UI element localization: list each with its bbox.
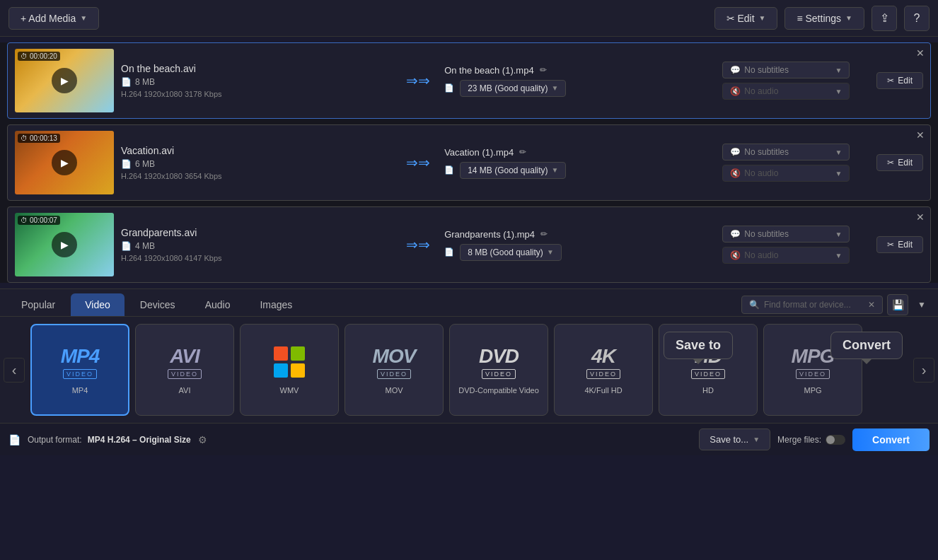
add-media-button[interactable]: + Add Media ▼: [8, 7, 99, 30]
merge-files-section: Merge files:: [777, 435, 845, 445]
audio-dropdown-2[interactable]: 🔇 No audio ▼: [722, 165, 850, 182]
format-card-avi[interactable]: AVI VIDEO AVI: [135, 324, 234, 416]
edit-label: ✂ Edit: [726, 13, 755, 24]
subtitle-dropdown-3[interactable]: 💬 No subtitles ▼: [722, 226, 850, 243]
close-button-3[interactable]: ✕: [916, 211, 925, 223]
grid-prev-button[interactable]: ‹: [4, 358, 25, 383]
file-info-3: Grandparents.avi 📄 4 MB H.264 1920x1080 …: [121, 227, 392, 262]
wmv-logo: [272, 345, 306, 379]
search-placeholder: Find format or device...: [764, 300, 851, 310]
rename-icon-1[interactable]: ✏: [540, 65, 547, 75]
convert-button[interactable]: Convert: [852, 428, 930, 451]
dvd-logo: DVD VIDEO: [479, 345, 519, 379]
quality-dropdown-2[interactable]: 14 MB (Good quality) ▼: [460, 162, 566, 179]
subtitle-chevron-3: ▼: [835, 231, 842, 238]
audio-icon-1: 🔇: [730, 86, 741, 96]
share-button[interactable]: ⇪: [872, 6, 897, 31]
edit-scissors-icon-1: ✂: [887, 76, 894, 86]
play-button-1[interactable]: ▶: [52, 68, 77, 93]
format-card-wmv[interactable]: WMV: [240, 324, 339, 416]
format-card-dvd[interactable]: DVD VIDEO DVD-Compatible Video: [449, 324, 548, 416]
edit-button-2[interactable]: ✂ Edit: [876, 154, 923, 171]
output-name-2: Vacation (1).mp4: [444, 147, 514, 158]
rename-icon-3[interactable]: ✏: [540, 229, 548, 239]
settings-button[interactable]: ≡ Settings ▼: [784, 7, 864, 30]
svg-rect-0: [274, 346, 288, 361]
audio-chevron-3: ▼: [835, 252, 842, 259]
close-button-1[interactable]: ✕: [916, 47, 925, 59]
file-item-3: ✕ ⏱00:00:07 ▶ Grandparents.avi 📄 4 MB H.…: [7, 206, 931, 283]
wmv-label: WMV: [280, 386, 299, 395]
output-name-3: Grandparents (1).mp4: [444, 229, 535, 240]
thumb-time-1: ⏱00:00:20: [18, 52, 60, 61]
play-button-2[interactable]: ▶: [52, 150, 77, 175]
edit-button-3[interactable]: ✂ Edit: [876, 236, 923, 253]
settings-label: ≡ Settings: [797, 13, 841, 24]
svg-rect-3: [291, 363, 305, 378]
merge-files-toggle[interactable]: [826, 435, 845, 445]
audio-icon-2: 🔇: [730, 168, 741, 178]
mpg-logo: MPG VIDEO: [792, 345, 835, 379]
play-button-3[interactable]: ▶: [52, 232, 77, 257]
edit-scissors-icon-3: ✂: [887, 240, 894, 250]
quality-dropdown-1[interactable]: 23 MB (Good quality) ▼: [460, 80, 566, 97]
avi-sub: VIDEO: [168, 369, 202, 379]
mpg-label: MPG: [804, 386, 821, 395]
source-size-3: 📄 4 MB: [121, 241, 392, 251]
source-codec-2: H.264 1920x1080 3654 Kbps: [121, 172, 392, 180]
tab-devices[interactable]: Devices: [126, 293, 190, 316]
subtitle-dropdown-2[interactable]: 💬 No subtitles ▼: [722, 144, 850, 161]
format-card-mpg[interactable]: MPG VIDEO MPG: [763, 324, 862, 416]
output-format-value: MP4 H.264 – Original Size: [88, 435, 191, 445]
tab-popular[interactable]: Popular: [7, 293, 69, 316]
thumb-time-3: ⏱00:00:07: [18, 216, 60, 225]
edit-button[interactable]: ✂ Edit ▼: [714, 7, 778, 30]
edit-button-1[interactable]: ✂ Edit: [876, 72, 923, 89]
help-button[interactable]: ?: [904, 6, 930, 31]
output-settings-icon[interactable]: ⚙: [198, 434, 207, 445]
source-codec-1: H.264 1920x1080 3178 Kbps: [121, 90, 392, 98]
tab-images[interactable]: Images: [245, 293, 306, 316]
arrow-2: ⇒⇒: [399, 154, 437, 171]
save-to-button[interactable]: Save to... ▼: [699, 428, 770, 450]
search-clear-icon[interactable]: ✕: [868, 300, 875, 310]
format-card-mov[interactable]: MOV VIDEO MOV: [344, 324, 444, 416]
rename-icon-2[interactable]: ✏: [519, 147, 526, 157]
hd-name: HD: [695, 345, 722, 368]
format-card-hd[interactable]: HD VIDEO HD: [659, 324, 758, 416]
format-card-mp4[interactable]: MP4 VIDEO MP4: [30, 324, 129, 416]
subtitle-dropdown-1[interactable]: 💬 No subtitles ▼: [722, 62, 850, 78]
quality-dropdown-3[interactable]: 8 MB (Good quality) ▼: [460, 244, 562, 261]
thumbnail-3: ⏱00:00:07 ▶: [15, 213, 114, 276]
subtitle-section-3: 💬 No subtitles ▼ 🔇 No audio ▼: [722, 226, 864, 264]
avi-name: AVI: [170, 345, 199, 368]
toolbar: + Add Media ▼ ✂ Edit ▼ ≡ Settings ▼ ⇪ ?: [0, 0, 938, 37]
dvd-sub: VIDEO: [482, 369, 516, 379]
audio-dropdown-1[interactable]: 🔇 No audio ▼: [722, 83, 850, 100]
file-doc-icon-3: 📄: [121, 241, 132, 251]
format-search-box[interactable]: 🔍 Find format or device... ✕: [741, 296, 883, 314]
output-section-2: Vacation (1).mp4 ✏ 📄 14 MB (Good quality…: [444, 147, 715, 179]
format-grid-container: ‹ MP4 VIDEO MP4 AVI VIDEO AVI: [0, 317, 938, 423]
settings-chevron: ▼: [845, 14, 852, 22]
output-section-3: Grandparents (1).mp4 ✏ 📄 8 MB (Good qual…: [444, 229, 715, 261]
subtitle-icon-3: 💬: [730, 229, 741, 239]
tab-video[interactable]: Video: [71, 293, 125, 316]
quality-chevron-2: ▼: [552, 166, 559, 174]
close-button-2[interactable]: ✕: [916, 129, 925, 141]
save-format-icon: 💾: [892, 299, 904, 310]
svg-rect-2: [274, 363, 288, 378]
tab-audio[interactable]: Audio: [191, 293, 245, 316]
file-info-2: Vacation.avi 📄 6 MB H.264 1920x1080 3654…: [121, 145, 392, 180]
add-media-label: + Add Media: [21, 13, 76, 24]
mpg-name: MPG: [792, 345, 835, 368]
format-card-4k[interactable]: 4K VIDEO 4K/Full HD: [554, 324, 653, 416]
expand-button[interactable]: ▼: [913, 296, 931, 314]
save-preset-button[interactable]: 💾: [887, 294, 908, 315]
source-codec-3: H.264 1920x1080 4147 Kbps: [121, 254, 392, 262]
audio-dropdown-3[interactable]: 🔇 No audio ▼: [722, 247, 850, 264]
quality-chevron-1: ▼: [552, 84, 559, 92]
toggle-dot: [826, 436, 835, 444]
grid-next-button[interactable]: ›: [913, 358, 934, 383]
source-size-1: 📄 8 MB: [121, 77, 392, 87]
